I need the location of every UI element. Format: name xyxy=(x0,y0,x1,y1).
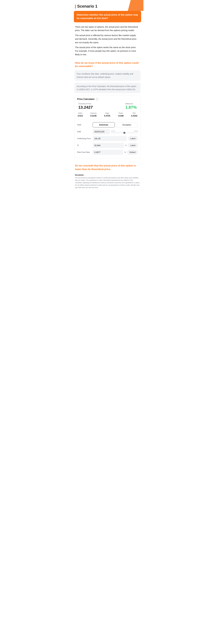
greek-delta-value: 0.614 xyxy=(78,115,83,117)
body-paragraph-2: The actual price is affected by various … xyxy=(75,34,140,44)
info-box-2-text: According to the Price Calculator, the t… xyxy=(77,85,138,91)
info-box-1: Four conditions (the date, underlying pr… xyxy=(74,70,140,81)
disclaimer-section: Disclaimer: The tool performs calculatio… xyxy=(72,173,144,192)
price-display-row: Theoretical Price 13.2427 Difference 1.8… xyxy=(77,103,138,110)
greek-rho-label: Rho xyxy=(133,112,136,114)
scenario-title: Scenario 1 xyxy=(75,4,140,8)
iv-row: IV % Latest xyxy=(77,143,138,148)
greek-theta-value: -0.048 xyxy=(118,115,124,117)
info-box-2: According to the Price Calculator, the t… xyxy=(74,83,140,93)
conclusion-section: So we conclude that the actual price of … xyxy=(72,162,144,173)
disclaimer-text: The tool performs calculations based on … xyxy=(75,176,140,189)
style-toggle-group: American European xyxy=(92,122,138,127)
calculator-info-icon[interactable]: i xyxy=(96,98,98,100)
iv-input[interactable] xyxy=(92,143,124,148)
style-european-button[interactable]: European xyxy=(116,122,138,127)
greeks-row: Delta 0.614 Gamma 0.0148 Vega 0.4725 The… xyxy=(77,112,138,117)
info-icon-label: i xyxy=(97,98,97,100)
body-paragraph-1: There are two types of options, the actu… xyxy=(75,25,140,32)
date-range-end: 04/19 xyxy=(134,130,138,132)
date-label: Date xyxy=(77,130,92,133)
risk-free-rate-label: Risk-Free Rate xyxy=(77,151,92,153)
greek-delta-label: Delta xyxy=(78,112,82,114)
risk-free-rate-input[interactable] xyxy=(92,150,123,155)
page-wrapper: Scenario 1 Determine whether the actual … xyxy=(72,0,144,197)
date-slider-area: 11/20 04/19 xyxy=(111,130,138,133)
difference-value: 1.87% xyxy=(126,105,137,110)
price-calculator-card: Price Calculator i Theoretical Price 13.… xyxy=(74,95,140,159)
risk-free-rate-row: Risk-Free Rate % Default xyxy=(77,150,138,155)
body-paragraph-3: The actual price of the option works the… xyxy=(75,46,140,56)
style-american-button[interactable]: American xyxy=(92,122,115,127)
disclaimer-title: Disclaimer: xyxy=(75,174,140,176)
greek-gamma-label: Gamma xyxy=(90,112,96,114)
info-box-1-text: Four conditions (the date, underlying pr… xyxy=(77,72,138,79)
greek-gamma: Gamma 0.0148 xyxy=(90,112,96,117)
calculator-title-row: Price Calculator i xyxy=(77,98,138,100)
greek-rho-value: 0.4343 xyxy=(131,115,137,117)
underlying-price-latest-button[interactable]: Latest xyxy=(128,136,138,141)
underlying-price-input[interactable] xyxy=(92,136,127,141)
question-banner-text: Determine whether the actual price of th… xyxy=(77,13,138,20)
style-label: Style xyxy=(77,124,92,126)
difference-col: Difference 1.87% xyxy=(126,103,137,110)
theoretical-price-label: Theoretical Price xyxy=(78,103,91,105)
calculator-title: Price Calculator xyxy=(77,98,94,100)
section-heading: How do we know if the actual price of th… xyxy=(72,60,144,70)
greek-rho: Rho 0.4343 xyxy=(131,112,137,117)
body-section: There are two types of options, the actu… xyxy=(72,25,144,60)
date-slider-thumb xyxy=(124,132,126,134)
date-slider-track[interactable] xyxy=(111,132,138,133)
greek-vega-label: Vega xyxy=(105,112,109,114)
date-range-start: 11/20 xyxy=(111,130,115,132)
conclusion-text: So we conclude that the actual price of … xyxy=(75,164,140,171)
iv-suffix: % xyxy=(125,144,127,146)
theoretical-price-value: 13.2427 xyxy=(78,105,93,110)
greek-theta: Theta -0.048 xyxy=(118,112,124,117)
divider xyxy=(77,120,138,120)
date-row: Date 11/20 04/19 xyxy=(77,129,138,134)
date-input[interactable] xyxy=(92,129,110,134)
greek-vega: Vega 0.4725 xyxy=(104,112,110,117)
theoretical-price-col: Theoretical Price 13.2427 xyxy=(78,103,93,110)
scenario-header: Scenario 1 xyxy=(72,0,144,11)
iv-latest-button[interactable]: Latest xyxy=(128,143,138,148)
greek-gamma-value: 0.0148 xyxy=(90,115,96,117)
greek-vega-value: 0.4725 xyxy=(104,115,110,117)
question-banner: Determine whether the actual price of th… xyxy=(74,11,141,22)
risk-free-rate-suffix: % xyxy=(124,151,126,153)
underlying-price-label: Underlying Price xyxy=(77,138,92,140)
risk-free-rate-default-button[interactable]: Default xyxy=(127,150,138,154)
style-row: Style American European xyxy=(77,122,138,127)
greek-delta: Delta 0.614 xyxy=(78,112,83,117)
difference-label: Difference xyxy=(126,103,133,105)
underlying-price-row: Underlying Price Latest xyxy=(77,136,138,141)
greek-theta-label: Theta xyxy=(118,112,123,114)
iv-label: IV xyxy=(77,144,92,146)
